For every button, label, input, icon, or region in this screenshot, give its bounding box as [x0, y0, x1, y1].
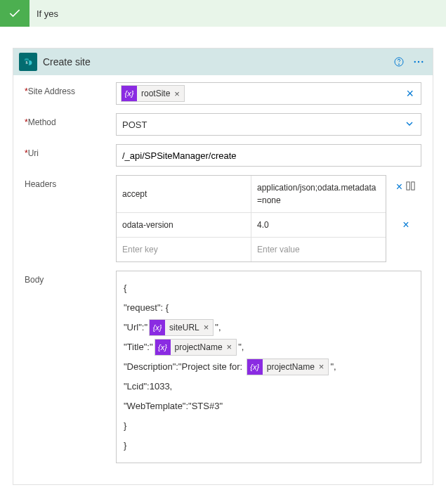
header-value[interactable]: 4.0: [251, 213, 386, 237]
close-icon[interactable]: ×: [227, 338, 232, 356]
svg-point-5: [398, 64, 399, 65]
header-row: accept application/json;odata.metadata=n…: [117, 176, 386, 213]
headers-label: Headers: [25, 175, 116, 189]
condition-header: If yes: [0, 0, 446, 27]
method-label: *Method: [25, 113, 116, 127]
field-headers: Headers accept application/json;odata.me…: [25, 175, 421, 262]
token-projectname[interactable]: {x}projectName×: [155, 339, 237, 356]
remove-header-icon[interactable]: ×: [402, 219, 409, 231]
token-siteurl[interactable]: {x}siteURL×: [149, 319, 214, 336]
svg-point-6: [414, 61, 416, 63]
action-title: Create site: [43, 56, 391, 67]
token-rootsite[interactable]: {x} rootSite ×: [121, 85, 185, 102]
headers-table: accept application/json;odata.metadata=n…: [116, 175, 386, 262]
action-body: *Site Address {x} rootSite × × *Method P…: [13, 75, 433, 484]
header-row-new: Enter key Enter value: [117, 238, 386, 261]
site-address-input[interactable]: {x} rootSite × ×: [116, 82, 421, 105]
method-select[interactable]: POST: [116, 113, 421, 136]
field-method: *Method POST: [25, 113, 421, 136]
field-site-address: *Site Address {x} rootSite × ×: [25, 82, 421, 105]
token-projectname[interactable]: {x}projectName×: [247, 358, 329, 375]
chevron-down-icon: [404, 118, 415, 131]
uri-label: *Uri: [25, 144, 116, 158]
help-icon[interactable]: [391, 53, 407, 70]
svg-text:S: S: [26, 60, 28, 65]
header-row: odata-version 4.0: [117, 213, 386, 238]
svg-point-8: [421, 61, 423, 63]
body-label: Body: [25, 271, 116, 285]
fx-icon: {x}: [155, 340, 171, 355]
header-value[interactable]: application/json;odata.metadata=none: [251, 176, 386, 212]
action-header[interactable]: S Create site: [13, 49, 433, 75]
close-icon[interactable]: ×: [319, 358, 324, 376]
condition-label: If yes: [29, 8, 58, 19]
header-key[interactable]: odata-version: [117, 213, 251, 237]
clear-icon[interactable]: ×: [403, 86, 417, 101]
ellipsis-icon[interactable]: [410, 53, 427, 70]
header-key[interactable]: accept: [117, 176, 251, 212]
remove-header-icon[interactable]: ×: [396, 181, 402, 193]
site-address-label: *Site Address: [25, 82, 116, 96]
header-actions: × ×: [391, 175, 421, 231]
action-card: S Create site *Site Address {x} rootSite…: [13, 48, 433, 485]
field-uri: *Uri: [25, 144, 421, 167]
uri-text[interactable]: [122, 150, 415, 161]
header-value-input[interactable]: Enter value: [251, 238, 386, 261]
body-input[interactable]: { "request": { "Url":" {x}siteURL× ", "T…: [116, 271, 421, 463]
svg-point-7: [418, 61, 419, 63]
close-icon[interactable]: ×: [204, 318, 209, 337]
switch-mode-icon[interactable]: [405, 181, 416, 193]
sharepoint-icon: S: [19, 53, 37, 71]
header-key-input[interactable]: Enter key: [117, 238, 251, 261]
field-body: Body { "request": { "Url":" {x}siteURL× …: [25, 271, 421, 463]
fx-icon: {x}: [122, 86, 137, 101]
svg-rect-9: [407, 182, 409, 190]
uri-input[interactable]: [116, 144, 421, 167]
close-icon[interactable]: ×: [174, 89, 180, 99]
svg-rect-10: [412, 182, 414, 190]
fx-icon: {x}: [247, 359, 263, 375]
check-icon: [0, 0, 29, 27]
fx-icon: {x}: [150, 320, 165, 335]
